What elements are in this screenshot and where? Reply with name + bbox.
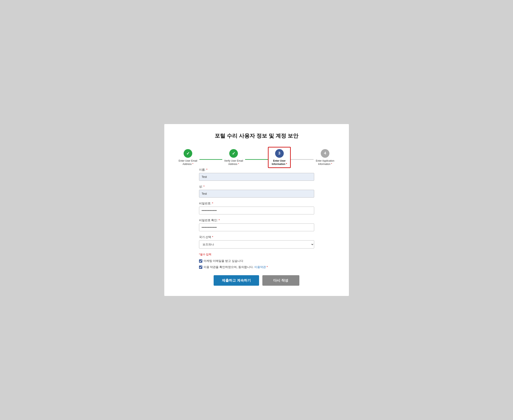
step-4-wrapper: 4 Enter Application Information *: [314, 149, 336, 166]
password-group: 비밀번호: *: [199, 202, 314, 214]
terms-checkbox-group: 이용 약관을 확인하였으며, 동의합니다. 이용약관 *: [199, 265, 314, 269]
confirm-password-label: 비밀번호 확인: *: [199, 218, 314, 222]
step-4-circle: 4: [321, 149, 329, 158]
step-2-label: Verify User Email Address *: [222, 159, 245, 166]
step-3-circle: 3: [275, 149, 284, 158]
step-3-wrapper: 3 Enter User Information *: [268, 147, 291, 168]
step-3: 3 Enter User Information *: [268, 147, 291, 168]
country-group: 국가 선택 * 보즈와나 대한민국 미국 일본: [199, 235, 314, 248]
step-1-wrapper: ✓ Enter User Email Address *: [177, 149, 199, 166]
terms-checkbox-label: 이용 약관을 확인하였으며, 동의합니다. 이용약관 *: [203, 265, 268, 269]
step-1-checkmark: ✓: [186, 151, 190, 156]
reset-button[interactable]: 다시 작성: [262, 275, 299, 286]
step-2-checkmark: ✓: [232, 151, 235, 156]
step-2: ✓ Verify User Email Address *: [222, 149, 245, 166]
page-title: 포털 수리 사용자 정보 및 계정 보안: [177, 132, 337, 139]
password-input[interactable]: [199, 207, 314, 214]
confirm-password-group: 비밀번호 확인: *: [199, 218, 314, 231]
step-1-circle: ✓: [184, 149, 192, 158]
step-1-label: Enter User Email Address *: [177, 159, 199, 166]
first-name-input[interactable]: [199, 173, 314, 181]
last-name-input[interactable]: [199, 190, 314, 198]
terms-link[interactable]: 이용약관: [254, 265, 266, 269]
connector-1: [199, 159, 222, 160]
step-3-label: Enter User Information *: [272, 159, 287, 166]
step-1: ✓ Enter User Email Address *: [177, 149, 199, 166]
main-card: 포털 수리 사용자 정보 및 계정 보안 ✓ Enter User Email …: [164, 124, 349, 296]
confirm-password-input[interactable]: [199, 224, 314, 231]
password-label: 비밀번호: *: [199, 202, 314, 205]
stepper: ✓ Enter User Email Address * ✓ Verify Us…: [177, 147, 337, 168]
marketing-checkbox-label: 마케팅 이메일을 받고 싶습니다: [203, 259, 243, 263]
last-name-group: 성: *: [199, 185, 314, 198]
form-section: 이름: * 성: * 비밀번호: * 비밀번호 확인: *: [199, 168, 314, 286]
marketing-checkbox-group: 마케팅 이메일을 받고 싶습니다: [199, 259, 314, 263]
step-2-circle: ✓: [229, 149, 238, 158]
marketing-checkbox[interactable]: [199, 259, 202, 263]
terms-checkbox[interactable]: [199, 266, 202, 269]
first-name-label: 이름: *: [199, 168, 314, 172]
submit-button[interactable]: 제출하고 계속하기: [214, 275, 259, 286]
step-4: 4 Enter Application Information *: [314, 149, 336, 166]
last-name-label: 성: *: [199, 185, 314, 188]
step-2-wrapper: ✓ Verify User Email Address *: [222, 149, 245, 166]
connector-3: [291, 159, 314, 160]
required-note: *필수 입력: [199, 253, 314, 256]
first-name-group: 이름: *: [199, 168, 314, 181]
connector-2: [245, 159, 268, 160]
button-row: 제출하고 계속하기 다시 작성: [199, 275, 314, 286]
country-select[interactable]: 보즈와나 대한민국 미국 일본: [199, 240, 314, 248]
step-4-label: Enter Application Information *: [314, 159, 336, 166]
country-label: 국가 선택 *: [199, 235, 314, 239]
